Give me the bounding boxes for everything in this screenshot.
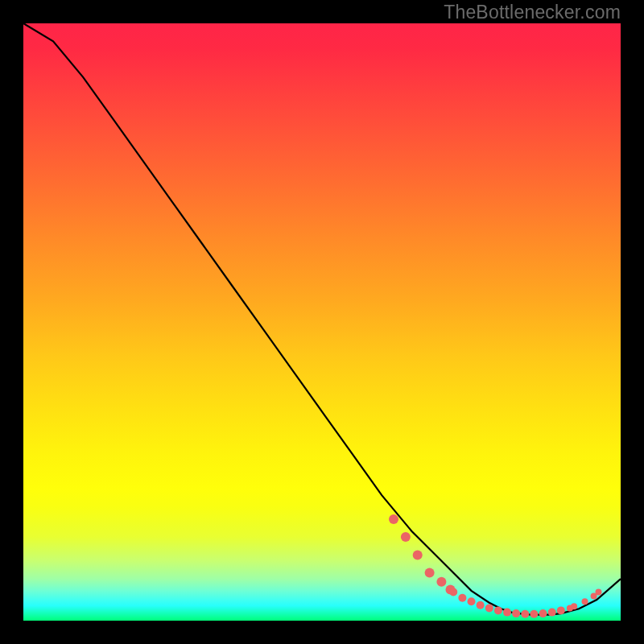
data-marker xyxy=(503,609,511,617)
data-marker xyxy=(530,610,538,618)
curve-line xyxy=(23,23,621,615)
data-marker xyxy=(436,577,446,587)
data-marker xyxy=(485,604,493,612)
data-marker xyxy=(477,601,485,609)
data-marker xyxy=(596,588,602,595)
data-marker xyxy=(512,609,520,617)
data-marker xyxy=(468,597,476,605)
marker-group xyxy=(389,514,602,618)
data-marker xyxy=(389,514,398,524)
data-marker xyxy=(458,594,466,602)
data-marker xyxy=(521,610,529,618)
data-marker xyxy=(425,568,435,578)
data-marker xyxy=(494,606,502,614)
chart-svg xyxy=(23,23,621,621)
data-marker xyxy=(557,606,565,614)
data-marker xyxy=(571,603,577,609)
data-marker xyxy=(413,550,423,559)
data-marker xyxy=(548,609,556,617)
data-marker xyxy=(449,588,457,596)
chart-frame: TheBottlenecker.com xyxy=(0,0,644,644)
data-marker xyxy=(401,532,411,542)
watermark-text: TheBottlenecker.com xyxy=(444,2,621,23)
data-marker xyxy=(582,598,588,605)
data-marker xyxy=(539,609,547,617)
